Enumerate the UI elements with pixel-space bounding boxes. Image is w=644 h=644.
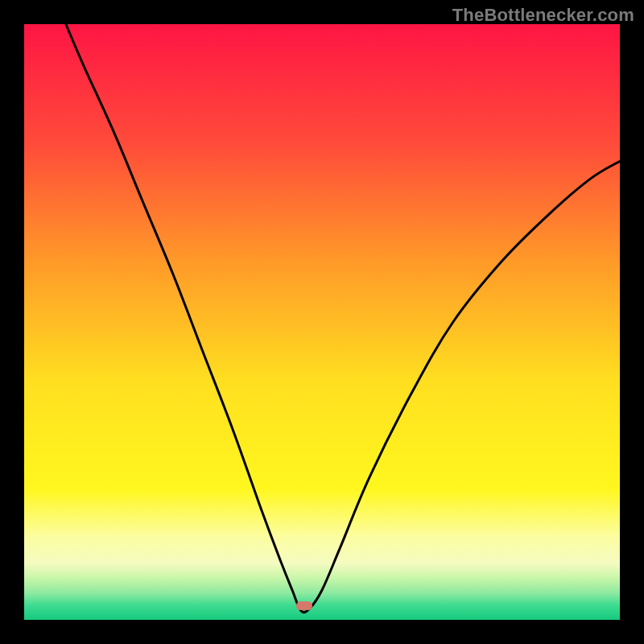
watermark-text: TheBottlenecker.com — [452, 5, 634, 26]
background-gradient — [24, 24, 620, 620]
plot-area — [24, 24, 620, 620]
chart-frame: TheBottlenecker.com — [0, 0, 644, 644]
svg-rect-0 — [24, 24, 620, 620]
optimal-marker — [296, 601, 312, 610]
